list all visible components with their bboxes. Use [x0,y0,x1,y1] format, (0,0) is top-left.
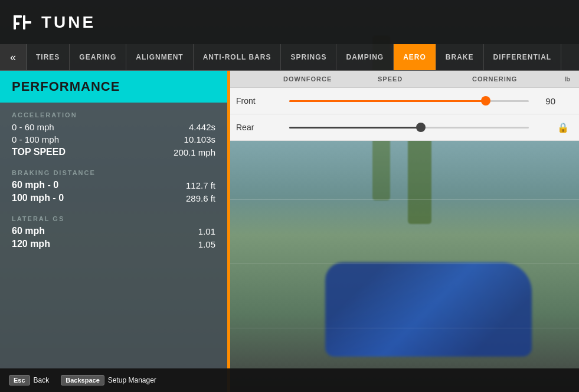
tab-aero[interactable]: AERO [394,44,436,70]
grid-line-4 [227,328,579,328]
aero-value-front: 90 [535,96,555,106]
grid-line-3 [227,263,579,264]
tab-tires[interactable]: TIRES [27,44,70,70]
lateral-section: LATERAL Gs 60 mph 1.01 120 mph 1.05 [12,215,215,249]
stat-value-0-100: 10.103s [184,134,215,144]
aero-controls: DOWNFORCE SPEED CORNERING lb Front 90 [227,71,579,141]
col-header-unit: lb [535,75,570,83]
tab-damping[interactable]: DAMPING [336,44,394,70]
tab-brake[interactable]: BRAKE [436,44,484,70]
stat-label-0-100: 0 - 100 mph [12,134,59,144]
rear-slider-thumb[interactable] [416,123,426,132]
braking-title: BRAKING DISTANCE [12,169,215,176]
backspace-key: Backspace [61,375,104,386]
tab-differential[interactable]: DIFFERENTIAL [484,44,562,70]
aero-row-front: Front 90 [227,88,579,114]
stat-value-top-speed: 200.1 mph [174,147,215,157]
braking-section: BRAKING DISTANCE 60 mph - 0 112.7 ft 100… [12,169,215,203]
front-slider-container[interactable] [289,95,529,107]
nav-back-button[interactable]: « [0,44,27,70]
col-header-downforce: DOWNFORCE [283,75,378,83]
stat-value-60mph: 1.01 [198,226,215,236]
front-slider-track [289,100,529,102]
stat-60mph: 60 mph 1.01 [12,226,215,236]
lateral-title: LATERAL Gs [12,215,215,222]
aero-header-row: DOWNFORCE SPEED CORNERING lb [227,71,579,88]
tune-logo: TUNE [0,9,112,35]
aero-label-rear: Rear [236,123,283,132]
rear-slider-container[interactable] [289,121,529,133]
rear-lock-icon: 🔒 [555,122,570,133]
svg-rect-2 [14,22,19,25]
footer-back-btn[interactable]: Esc Back [9,375,49,386]
grid-line-2 [227,199,579,200]
front-slider-thumb[interactable] [481,96,490,106]
aero-label-front: Front [236,96,283,106]
stat-label-60mph: 60 mph [12,226,45,236]
stat-top-speed: TOP SPEED 200.1 mph [12,147,215,157]
col-header-cornering: CORNERING [472,75,535,83]
ui-container: TUNE « TIRES GEARING ALIGNMENT ANTI-ROLL… [0,0,579,392]
front-slider-fill [289,100,486,102]
esc-key: Esc [9,375,30,386]
content-area: PERFORMANCE ACCELERATION 0 - 60 mph 4.44… [0,71,579,392]
col-header-speed: SPEED [378,75,472,83]
footer-setup-btn[interactable]: Backspace Setup Manager [61,375,156,386]
rear-slider-track [289,127,529,129]
back-label: Back [34,376,50,384]
stat-120mph: 120 mph 1.05 [12,239,215,249]
performance-body: ACCELERATION 0 - 60 mph 4.442s 0 - 100 m… [0,103,227,392]
stat-label-0-60: 0 - 60 mph [12,122,54,132]
stat-label-100-0: 100 mph - 0 [12,193,64,203]
stat-value-100-0: 289.6 ft [186,193,215,203]
stat-label-top-speed: TOP SPEED [12,147,66,157]
stat-value-0-60: 4.442s [189,122,215,132]
app-title: TUNE [41,13,96,32]
svg-rect-1 [14,15,22,18]
nav-tabs: « TIRES GEARING ALIGNMENT ANTI-ROLL BARS… [0,44,579,71]
acceleration-title: ACCELERATION [12,111,215,118]
stat-value-120mph: 1.05 [198,239,215,249]
aero-row-rear: Rear 🔒 [227,114,579,141]
tab-gearing[interactable]: GEARING [70,44,126,70]
stat-60-0: 60 mph - 0 112.7 ft [12,180,215,190]
svg-rect-4 [23,21,31,24]
stat-value-60-0: 112.7 ft [186,180,215,190]
acceleration-section: ACCELERATION 0 - 60 mph 4.442s 0 - 100 m… [12,111,215,157]
setup-manager-label: Setup Manager [108,376,156,384]
tab-anti-roll-bars[interactable]: ANTI-ROLL BARS [194,44,282,70]
stat-0-100: 0 - 100 mph 10.103s [12,134,215,144]
rear-slider-fill [289,127,421,129]
header: TUNE [0,0,579,44]
stat-label-120mph: 120 mph [12,239,50,249]
stat-label-60-0: 60 mph - 0 [12,180,58,190]
tab-alignment[interactable]: ALIGNMENT [126,44,193,70]
left-panel: PERFORMANCE ACCELERATION 0 - 60 mph 4.44… [0,71,227,392]
orange-accent-bar [227,71,230,392]
performance-header: PERFORMANCE [0,71,227,103]
right-panel: DOWNFORCE SPEED CORNERING lb Front 90 [227,71,579,392]
stat-100-0: 100 mph - 0 289.6 ft [12,193,215,203]
tune-icon [9,9,35,35]
stat-0-60: 0 - 60 mph 4.442s [12,122,215,132]
footer: Esc Back Backspace Setup Manager [0,368,579,392]
tab-springs[interactable]: SPRINGS [281,44,336,70]
